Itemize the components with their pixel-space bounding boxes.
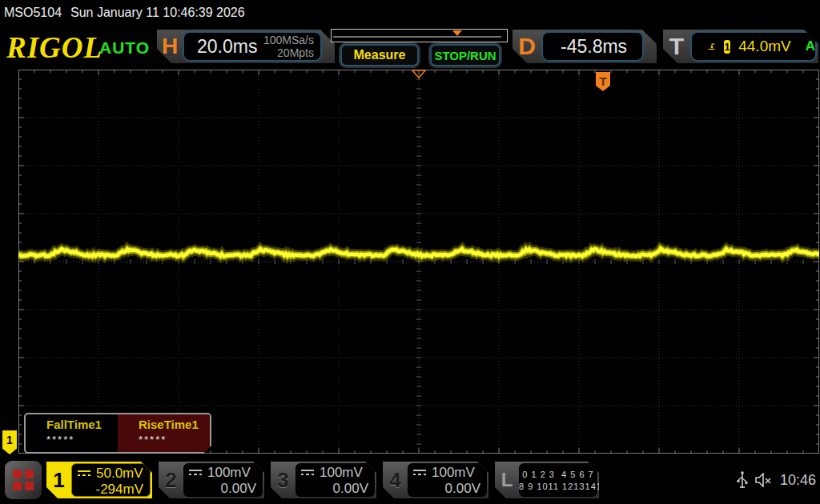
stop-run-button[interactable]: STOP/RUN [430, 44, 500, 66]
measurement-results-box[interactable]: FallTime1 ***** RiseTime1 ***** [24, 413, 211, 454]
menu-grid-icon [13, 470, 34, 490]
acquire-status-label: AUTO [99, 38, 150, 58]
main-menu-button[interactable] [5, 461, 42, 499]
horizontal-panel[interactable]: H 20.0ms 100MSa/s 20Mpts [157, 30, 335, 63]
preview-zigzag [332, 30, 505, 40]
sample-rate-value: 100MSa/s [263, 34, 314, 46]
channel-number: 3 [271, 462, 295, 498]
waveform-preview-strip[interactable] [331, 29, 508, 42]
channel-offset: 0.00V [300, 481, 368, 497]
trigger-source-badge: 1 [724, 40, 730, 54]
status-icons: 10:46 [737, 468, 817, 492]
channel-scale: 100mV [432, 465, 475, 481]
usb-icon [737, 470, 748, 490]
logic-row-8-15: 8 9 1011 12131415 [519, 482, 597, 491]
memory-depth-value: 20Mpts [263, 46, 314, 59]
channel1-position-marker[interactable]: 1 [2, 430, 17, 454]
channel-1-block[interactable]: 1 50.0mV -294mV [46, 462, 152, 498]
delay-panel[interactable]: D -45.8ms [512, 30, 657, 63]
channel-number: 2 [159, 462, 183, 498]
sample-rate-group: 100MSa/s 20Mpts [263, 34, 314, 59]
channel-scale: 50.0mV [96, 466, 143, 482]
delay-value: -45.8ms [561, 36, 627, 58]
dc-coupling-icon [188, 469, 203, 477]
logic-tab-label: L [495, 462, 519, 498]
horizontal-tab-label: H [157, 30, 183, 63]
timebase-value: 20.0ms [197, 36, 263, 58]
channel-offset: -294mV [77, 482, 143, 498]
logic-row-0-7: 0 1 2 3 4 5 6 7 [519, 470, 597, 479]
logic-channels-block[interactable]: L 0 1 2 3 4 5 6 7 8 9 1011 12131415 [495, 462, 599, 498]
trigger-level-value: 44.0mV [738, 38, 790, 55]
measurement-label: FallTime1 [46, 418, 118, 431]
top-status-bar: MSO5104 Sun January 11 10:46:39 2026 [0, 0, 820, 26]
channel-number: 1 [46, 462, 71, 498]
channel-4-block[interactable]: 4 100mV 0.00V [383, 462, 488, 498]
measure-button[interactable]: Measure [340, 44, 419, 66]
channel-3-block[interactable]: 3 100mV 0.00V [271, 462, 376, 498]
channel-number: 4 [383, 462, 408, 498]
svg-text:T: T [599, 74, 606, 88]
delay-tab-label: D [512, 30, 541, 63]
trigger-status-label: A [806, 38, 815, 54]
waveform-display-grid: T [18, 70, 819, 454]
trigger-tab-label: T [663, 30, 690, 63]
measurement-risetime-cell[interactable]: RiseTime1 ***** [118, 414, 210, 452]
trigger-edge-icon [708, 38, 716, 54]
measurement-value: ***** [46, 434, 118, 446]
trigger-panel[interactable]: T 1 44.0mV A [663, 30, 818, 63]
channel-scale: 100mV [320, 465, 363, 481]
dc-coupling-icon [77, 470, 91, 478]
measurement-value: ***** [139, 434, 210, 446]
measurement-label: RiseTime1 [139, 418, 210, 431]
model-label: MSO5104 [4, 6, 62, 20]
rigol-logo: RIGOL [6, 30, 102, 65]
datetime-label: Sun January 11 10:46:39 2026 [70, 6, 245, 20]
clock-label: 10:46 [780, 472, 816, 489]
dc-coupling-icon [300, 469, 315, 477]
speaker-muted-icon[interactable] [755, 473, 773, 487]
channel-scale: 100mV [207, 465, 251, 481]
measurement-falltime-cell[interactable]: FallTime1 ***** [26, 414, 118, 452]
channel-offset: 0.00V [188, 481, 256, 497]
channel-2-block[interactable]: 2 100mV 0.00V [159, 462, 264, 498]
channel-offset: 0.00V [412, 481, 480, 497]
dc-coupling-icon [412, 469, 427, 477]
